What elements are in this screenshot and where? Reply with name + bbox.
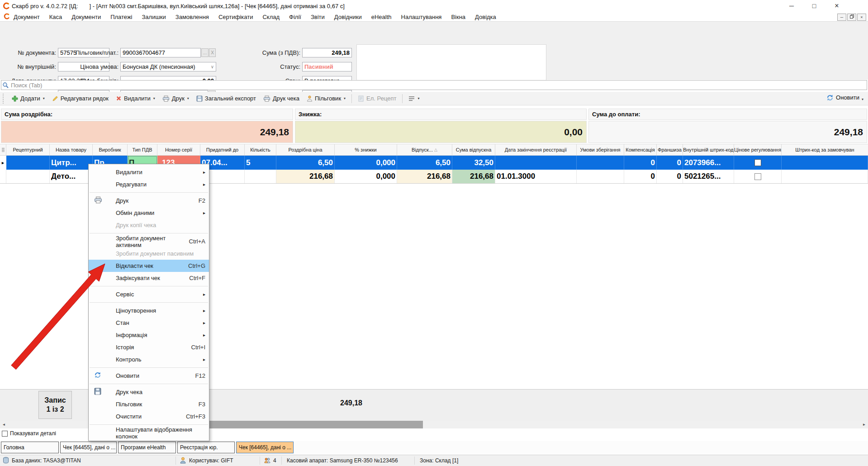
col-header-kompensatsiia[interactable]: Компенсація [624,144,657,155]
ctx-tsinoutvorennia[interactable]: Ціноутворення▸ [89,304,209,317]
scroll-left-arrow[interactable]: ◄ [0,421,8,428]
col-header-vidpusk[interactable]: Відпуск...△ [397,144,452,155]
price-regulation-checkbox[interactable] [754,173,761,180]
tab-prohramy-ehealth[interactable]: Програми eHealth [118,442,176,453]
tab-chek-64455[interactable]: Чек [64455], дані о ... [60,442,117,453]
ctx-ochystyty[interactable]: ОчиститиCtrl+F3 [89,410,209,423]
menu-dovidnyky[interactable]: Довідники [334,14,362,20]
ctx-redahuvaty[interactable]: Редагувати▸ [89,178,209,190]
mdi-minimize-button[interactable]: ─ [837,14,846,21]
cell-shtrykh-kod: 2073966... [683,156,734,170]
scroll-right-arrow[interactable]: ► [860,421,868,428]
col-header-shtrykh-kod-zamovch[interactable]: Штрих-код за замовчуван [782,144,868,155]
close-button[interactable]: × [830,1,844,11]
ctx-kontrol[interactable]: Контроль▸ [89,353,209,366]
menu-platezhi[interactable]: Платежі [110,14,132,20]
ctx-vidklasty-chek[interactable]: Відкласти чекCtrl+G [89,260,209,272]
cash-register-text: Касовий апарат: Samsung ER-350 №123456 [287,457,398,464]
maximize-button[interactable]: □ [807,1,821,11]
ctx-stan[interactable]: Стан▸ [89,317,209,329]
ctx-obmin-danymy[interactable]: Обмін даними▸ [89,207,209,219]
menu-dokumenty[interactable]: Документи [71,14,101,20]
tab-reiestratsiia[interactable]: Реєстрація юр. [177,442,235,453]
grid-corner-icon[interactable] [0,144,6,155]
col-header-nazva[interactable]: Назва товару [50,144,93,155]
menu-dovidka[interactable]: Довідка [475,14,496,20]
tab-chek-64465-active[interactable]: Чек [64465], дані о ... [236,442,294,453]
menu-vikna[interactable]: Вікна [451,14,465,20]
menu-nalashtuvannia[interactable]: Налаштування [401,14,442,20]
menu-zalyshky[interactable]: Залишки [142,14,166,20]
beneficiary-field[interactable] [120,48,201,57]
col-header-vnutrishnii-shtrykh[interactable]: Внутрішній штрих-код [683,144,734,155]
ctx-nalashtuvaty-kolonky[interactable]: Налаштувати відображення колонок [89,427,209,439]
col-header-suma-vidpuskna[interactable]: Сума відпускна [452,144,495,155]
ctx-druk-cheka[interactable]: Друк чека [89,386,209,398]
ctx-vydalyty[interactable]: Видалити▸ [89,166,209,178]
col-header-receptury[interactable]: Рецептурний [6,144,50,155]
general-export-button[interactable]: Загальний експорт [194,94,258,103]
menu-zvity[interactable]: Звіти [311,14,325,20]
col-header-data-reiestratsii[interactable]: Дата закінчення реєстрації [495,144,577,155]
sum-with-vat-field[interactable] [302,48,352,57]
col-header-kilkist[interactable]: Кількість [245,144,276,155]
menu-filii[interactable]: Філії [289,14,301,20]
ctx-informatsiia[interactable]: Інформація▸ [89,329,209,341]
ctx-pilhovyk[interactable]: ПільговикF3 [89,398,209,410]
user-icon [180,457,186,464]
ctx-istoriia[interactable]: ІсторіяCtrl+I [89,341,209,353]
beneficiary-button[interactable]: Пільговик▾ [304,94,348,103]
ctx-zrobyty-aktyvnym[interactable]: Зробити документ активнимCtrl+A [89,235,209,247]
col-header-rozdribna[interactable]: Роздрібна ціна [276,144,335,155]
print-button[interactable]: Друк▾ [160,94,191,103]
menu-separator [90,424,208,425]
col-header-umovy[interactable]: Умови зберігання [577,144,624,155]
ctx-druk[interactable]: ДрукF2 [89,195,209,207]
col-header-typ-pdv[interactable]: Тип ПДВ [128,144,157,155]
minimize-button[interactable]: ─ [785,1,798,11]
mdi-close-button[interactable]: × [857,14,866,21]
toolbar-separator [351,94,352,103]
tab-holovna[interactable]: Головна [1,442,59,453]
col-header-franshyza[interactable]: Франшиза [657,144,683,155]
delete-button[interactable]: Видалити▾ [114,94,157,103]
price-condition-select[interactable]: Бонусная ДК (пенсионная)∨ [120,62,216,71]
menu-zamovlennia[interactable]: Замовлення [175,14,209,20]
price-regulation-checkbox[interactable] [754,159,761,166]
show-details-toggle[interactable]: Показувати деталі [2,430,56,437]
user-text: Користувач: GIFT [189,457,233,464]
layout-button[interactable]: ▾ [406,95,422,102]
mdi-restore-button[interactable] [847,14,856,21]
col-header-prydatnyi[interactable]: Придатний до [200,144,245,155]
refresh-button[interactable]: Оновити ▾ [826,94,863,101]
ctx-onovyty[interactable]: ОновитиF12 [89,370,209,382]
ctx-zafiksuvaty-chek[interactable]: Зафіксувати чекCtrl+F [89,272,209,284]
add-button[interactable]: Додати▾ [9,94,47,103]
ctx-servis[interactable]: Сервіс▸ [89,288,209,300]
e-recipe-button[interactable]: Ел. Рецепт [356,94,398,103]
menu-sertyfikaty[interactable]: Сертифікати [218,14,253,20]
menu-kasa[interactable]: Каса [49,14,62,20]
col-header-znyzhky[interactable]: % знижки [335,144,397,155]
red-x-icon [116,95,122,101]
title-bar: Скарб pro v. 4.0.2.72 [ІД: ] - [Апт №003… [0,0,868,12]
menu-dokument[interactable]: Документ [14,14,40,20]
toolbar: Додати▾ Редагувати рядок Видалити▾ Друк▾… [0,92,868,105]
cell-receptury [6,156,50,170]
beneficiary-browse-button[interactable]: ... [201,48,209,57]
beneficiary-clear-button[interactable]: X [209,48,216,57]
col-header-vyrobnyk[interactable]: Виробник [93,144,128,155]
toolbar-grip[interactable] [3,94,5,104]
print-receipt-button[interactable]: Друк чека [261,94,302,103]
menu-separator [90,192,208,193]
menu-ehealth[interactable]: eHealth [371,14,392,20]
show-details-checkbox[interactable] [2,431,8,437]
cell-shtrykh-kod: 5021265... [683,170,734,183]
ctx-zrobyty-pasyvnym: Зробити документ пасивним [89,247,209,260]
edit-row-button[interactable]: Редагувати рядок [50,94,111,103]
search-bar[interactable]: Поиск (Tab) [1,80,867,90]
col-header-nomer-serii[interactable]: Номер серії [157,144,200,155]
menu-sklad[interactable]: Склад [262,14,280,20]
col-header-tsinove-rehuliuvannia[interactable]: Цінове регулювання [734,144,782,155]
cell-rozdribna: 6,50 [276,156,335,170]
